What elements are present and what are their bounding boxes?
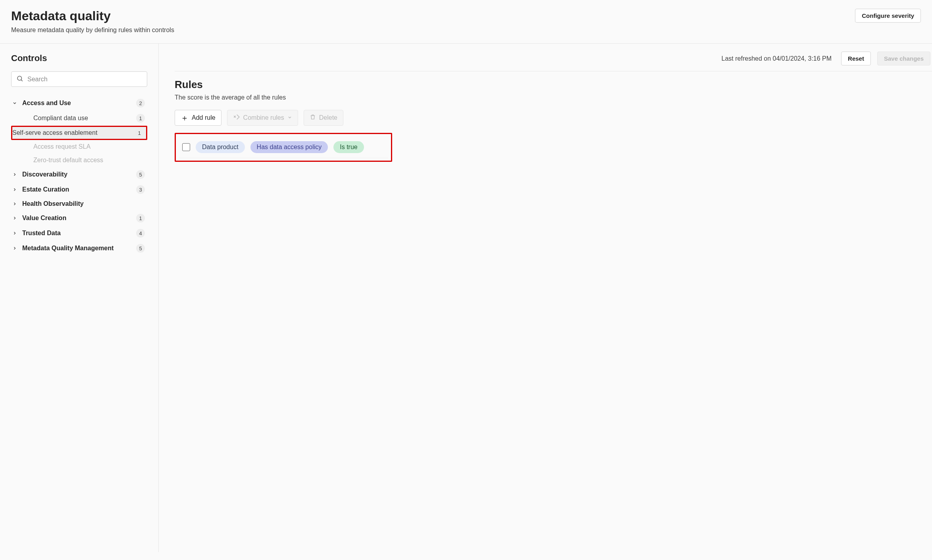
controls-sidebar: Controls Access and Use 2 Compliant data…	[0, 44, 159, 552]
tree-group-estate-curation[interactable]: Estate Curation 3	[11, 182, 147, 197]
tree-item-label: Access request SLA	[33, 143, 145, 150]
tree-item-compliant-data-use[interactable]: Compliant data use 1	[11, 111, 147, 126]
rule-row[interactable]: Data product Has data access policy Is t…	[179, 136, 388, 158]
chevron-right-icon	[11, 216, 18, 221]
chevron-right-icon	[11, 201, 18, 206]
tree-group-access-and-use[interactable]: Access and Use 2	[11, 96, 147, 111]
rule-pill-condition: Has data access policy	[250, 141, 328, 153]
rule-checkbox[interactable]	[182, 143, 190, 151]
tree-group-label: Trusted Data	[22, 230, 132, 237]
rule-row-highlight: Data product Has data access policy Is t…	[175, 133, 392, 162]
plus-icon: ＋	[181, 114, 189, 122]
rules-subtitle: The score is the average of all the rule…	[175, 94, 932, 101]
combine-icon	[233, 113, 240, 122]
tree-item-zero-trust-default-access[interactable]: Zero-trust default access	[11, 153, 147, 167]
tree-group-health-observability[interactable]: Health Observability	[11, 197, 147, 211]
tree-group-discoverability[interactable]: Discoverability 5	[11, 167, 147, 182]
main-panel: Last refreshed on 04/01/2024, 3:16 PM Re…	[159, 44, 932, 552]
reset-button[interactable]: Reset	[841, 52, 871, 65]
chevron-down-icon	[11, 101, 18, 105]
tree-item-label: Compliant data use	[33, 115, 132, 122]
svg-point-0	[17, 76, 22, 81]
trash-icon	[310, 114, 316, 122]
tree-group-value-creation[interactable]: Value Creation 1	[11, 211, 147, 226]
main-topbar: Last refreshed on 04/01/2024, 3:16 PM Re…	[175, 52, 932, 71]
chevron-right-icon	[11, 231, 18, 236]
configure-severity-button[interactable]: Configure severity	[855, 9, 921, 23]
rule-pill-entity: Data product	[196, 141, 245, 153]
count-badge: 2	[136, 99, 145, 107]
rule-pill-value: Is true	[333, 141, 364, 153]
count-badge: 5	[136, 244, 145, 253]
tree-group-label: Estate Curation	[22, 186, 132, 193]
count-badge: 5	[136, 170, 145, 179]
tree-group-label: Metadata Quality Management	[22, 245, 132, 252]
chevron-right-icon	[11, 246, 18, 251]
tree-item-label: Self-serve access enablement	[12, 129, 131, 136]
count-badge: 3	[136, 185, 145, 194]
tree-group-trusted-data[interactable]: Trusted Data 4	[11, 226, 147, 241]
count-badge: 1	[136, 214, 145, 222]
tree-group-label: Access and Use	[22, 100, 132, 107]
page-subtitle: Measure metadata quality by defining rul…	[11, 27, 174, 34]
page-header: Metadata quality Measure metadata qualit…	[0, 0, 932, 44]
combine-rules-label: Combine rules	[243, 114, 284, 121]
count-badge: 1	[135, 128, 144, 137]
sidebar-title: Controls	[11, 53, 147, 63]
search-input-wrapper[interactable]	[11, 71, 147, 87]
controls-tree: Access and Use 2 Compliant data use 1 Se…	[11, 96, 147, 256]
page-title: Metadata quality	[11, 9, 174, 23]
tree-group-label: Discoverability	[22, 171, 132, 178]
search-icon	[16, 75, 23, 83]
rules-title: Rules	[175, 79, 932, 91]
chevron-down-icon	[287, 114, 292, 121]
add-rule-label: Add rule	[192, 114, 216, 121]
tree-group-label: Health Observability	[22, 200, 145, 207]
count-badge: 1	[136, 114, 145, 123]
last-refreshed-text: Last refreshed on 04/01/2024, 3:16 PM	[722, 55, 832, 62]
rules-toolbar: ＋ Add rule Combine rules Dele	[175, 110, 932, 126]
tree-group-metadata-quality-management[interactable]: Metadata Quality Management 5	[11, 241, 147, 256]
count-badge: 4	[136, 229, 145, 238]
save-changes-button[interactable]: Save changes	[877, 52, 930, 65]
tree-group-label: Value Creation	[22, 215, 132, 222]
delete-label: Delete	[319, 114, 337, 121]
tree-item-access-request-sla[interactable]: Access request SLA	[11, 140, 147, 153]
add-rule-button[interactable]: ＋ Add rule	[175, 110, 221, 126]
chevron-right-icon	[11, 172, 18, 177]
tree-item-self-serve-access-enablement[interactable]: Self-serve access enablement 1	[11, 126, 147, 140]
search-input[interactable]	[27, 76, 142, 83]
svg-line-1	[21, 80, 22, 81]
chevron-right-icon	[11, 187, 18, 192]
tree-item-label: Zero-trust default access	[33, 157, 145, 164]
rules-section: Rules The score is the average of all th…	[175, 79, 932, 162]
delete-button[interactable]: Delete	[304, 110, 343, 126]
combine-rules-button[interactable]: Combine rules	[227, 110, 298, 126]
